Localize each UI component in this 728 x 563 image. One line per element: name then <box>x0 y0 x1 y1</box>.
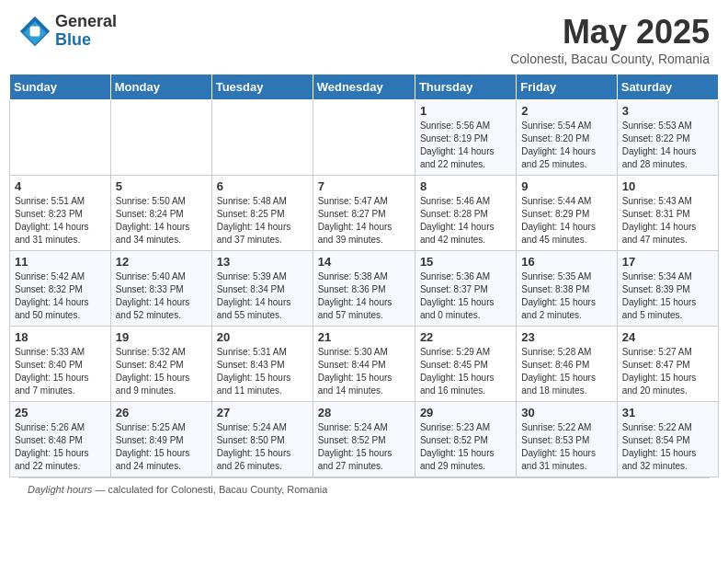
calendar-wrapper: SundayMondayTuesdayWednesdayThursdayFrid… <box>0 74 728 510</box>
day-cell: 30Sunrise: 5:22 AM Sunset: 8:53 PM Dayli… <box>517 402 617 477</box>
day-number: 29 <box>420 406 511 419</box>
day-cell: 4Sunrise: 5:51 AM Sunset: 8:23 PM Daylig… <box>10 176 111 251</box>
day-cell: 19Sunrise: 5:32 AM Sunset: 8:42 PM Dayli… <box>110 327 211 402</box>
day-info: Sunrise: 5:24 AM Sunset: 8:50 PM Dayligh… <box>217 421 308 473</box>
day-info: Sunrise: 5:46 AM Sunset: 8:28 PM Dayligh… <box>420 195 511 247</box>
day-number: 8 <box>420 179 511 193</box>
day-number: 11 <box>15 255 106 269</box>
day-cell: 8Sunrise: 5:46 AM Sunset: 8:28 PM Daylig… <box>415 176 516 251</box>
day-info: Sunrise: 5:38 AM Sunset: 8:36 PM Dayligh… <box>318 270 410 322</box>
day-number: 31 <box>622 406 713 419</box>
day-number: 22 <box>420 330 511 344</box>
day-number: 7 <box>318 179 410 193</box>
day-cell: 18Sunrise: 5:33 AM Sunset: 8:40 PM Dayli… <box>10 327 111 402</box>
svg-rect-2 <box>30 26 40 36</box>
day-info: Sunrise: 5:51 AM Sunset: 8:23 PM Dayligh… <box>15 195 106 247</box>
day-number: 20 <box>217 330 308 344</box>
day-info: Sunrise: 5:29 AM Sunset: 8:45 PM Dayligh… <box>420 346 511 397</box>
col-header-tuesday: Tuesday <box>211 75 313 100</box>
day-cell: 20Sunrise: 5:31 AM Sunset: 8:43 PM Dayli… <box>211 327 313 402</box>
logo-blue: Blue <box>55 31 117 50</box>
day-info: Sunrise: 5:22 AM Sunset: 8:54 PM Dayligh… <box>622 421 713 473</box>
day-number: 26 <box>116 406 207 419</box>
day-info: Sunrise: 5:47 AM Sunset: 8:27 PM Dayligh… <box>318 195 410 247</box>
day-info: Sunrise: 5:50 AM Sunset: 8:24 PM Dayligh… <box>116 195 207 247</box>
day-cell: 12Sunrise: 5:40 AM Sunset: 8:33 PM Dayli… <box>110 251 211 327</box>
day-info: Sunrise: 5:26 AM Sunset: 8:48 PM Dayligh… <box>15 421 106 473</box>
col-header-monday: Monday <box>110 75 211 100</box>
day-number: 3 <box>622 104 713 118</box>
day-cell: 17Sunrise: 5:34 AM Sunset: 8:39 PM Dayli… <box>617 251 718 327</box>
week-row-4: 18Sunrise: 5:33 AM Sunset: 8:40 PM Dayli… <box>10 327 719 402</box>
day-number: 17 <box>622 255 713 269</box>
day-cell: 7Sunrise: 5:47 AM Sunset: 8:27 PM Daylig… <box>313 176 415 251</box>
day-cell: 21Sunrise: 5:30 AM Sunset: 8:44 PM Dayli… <box>313 327 415 402</box>
day-number: 19 <box>116 330 207 344</box>
day-cell <box>110 100 211 176</box>
daylight-label: Daylight hours <box>28 484 92 495</box>
day-cell: 16Sunrise: 5:35 AM Sunset: 8:38 PM Dayli… <box>517 251 617 327</box>
day-number: 23 <box>521 330 611 344</box>
day-cell: 13Sunrise: 5:39 AM Sunset: 8:34 PM Dayli… <box>211 251 313 327</box>
day-info: Sunrise: 5:34 AM Sunset: 8:39 PM Dayligh… <box>622 270 713 322</box>
day-cell: 31Sunrise: 5:22 AM Sunset: 8:54 PM Dayli… <box>617 402 718 477</box>
day-number: 25 <box>15 406 106 419</box>
day-cell: 9Sunrise: 5:44 AM Sunset: 8:29 PM Daylig… <box>517 176 617 251</box>
day-info: Sunrise: 5:40 AM Sunset: 8:33 PM Dayligh… <box>116 270 207 322</box>
day-number: 30 <box>521 406 611 419</box>
day-number: 28 <box>318 406 410 419</box>
footer-detail: calculated for Colonesti, Bacau County, … <box>108 484 327 495</box>
day-number: 14 <box>318 255 410 269</box>
day-cell <box>313 100 415 176</box>
day-cell: 2Sunrise: 5:54 AM Sunset: 8:20 PM Daylig… <box>517 100 617 176</box>
week-row-1: 1Sunrise: 5:56 AM Sunset: 8:19 PM Daylig… <box>10 100 719 176</box>
day-cell: 14Sunrise: 5:38 AM Sunset: 8:36 PM Dayli… <box>313 251 415 327</box>
day-cell <box>211 100 313 176</box>
calendar-table: SundayMondayTuesdayWednesdayThursdayFrid… <box>9 74 719 477</box>
col-header-wednesday: Wednesday <box>313 75 415 100</box>
day-cell: 29Sunrise: 5:23 AM Sunset: 8:52 PM Dayli… <box>415 402 516 477</box>
day-number: 15 <box>420 255 511 269</box>
day-info: Sunrise: 5:44 AM Sunset: 8:29 PM Dayligh… <box>521 195 611 247</box>
day-number: 13 <box>217 255 308 269</box>
day-info: Sunrise: 5:31 AM Sunset: 8:43 PM Dayligh… <box>217 346 308 397</box>
title-area: May 2025 Colonesti, Bacau County, Romani… <box>510 13 710 66</box>
day-cell: 3Sunrise: 5:53 AM Sunset: 8:22 PM Daylig… <box>617 100 718 176</box>
footer: Daylight hours — calculated for Colonest… <box>18 477 710 500</box>
day-info: Sunrise: 5:33 AM Sunset: 8:40 PM Dayligh… <box>15 346 106 397</box>
day-cell: 26Sunrise: 5:25 AM Sunset: 8:49 PM Dayli… <box>110 402 211 477</box>
day-number: 9 <box>521 179 611 193</box>
day-number: 27 <box>217 406 308 419</box>
col-header-saturday: Saturday <box>617 75 718 100</box>
col-header-thursday: Thursday <box>415 75 516 100</box>
day-info: Sunrise: 5:25 AM Sunset: 8:49 PM Dayligh… <box>116 421 207 473</box>
day-cell: 23Sunrise: 5:28 AM Sunset: 8:46 PM Dayli… <box>517 327 617 402</box>
day-cell <box>10 100 111 176</box>
day-cell: 10Sunrise: 5:43 AM Sunset: 8:31 PM Dayli… <box>617 176 718 251</box>
day-cell: 27Sunrise: 5:24 AM Sunset: 8:50 PM Dayli… <box>211 402 313 477</box>
month-title: May 2025 <box>510 13 710 52</box>
day-number: 1 <box>420 104 511 118</box>
day-number: 16 <box>521 255 611 269</box>
day-cell: 6Sunrise: 5:48 AM Sunset: 8:25 PM Daylig… <box>211 176 313 251</box>
day-info: Sunrise: 5:32 AM Sunset: 8:42 PM Dayligh… <box>116 346 207 397</box>
day-info: Sunrise: 5:36 AM Sunset: 8:37 PM Dayligh… <box>420 270 511 322</box>
day-info: Sunrise: 5:56 AM Sunset: 8:19 PM Dayligh… <box>420 120 511 171</box>
day-number: 4 <box>15 179 106 193</box>
day-cell: 1Sunrise: 5:56 AM Sunset: 8:19 PM Daylig… <box>415 100 516 176</box>
day-number: 24 <box>622 330 713 344</box>
day-number: 21 <box>318 330 410 344</box>
day-cell: 11Sunrise: 5:42 AM Sunset: 8:32 PM Dayli… <box>10 251 111 327</box>
location: Colonesti, Bacau County, Romania <box>510 52 710 66</box>
day-number: 6 <box>217 179 308 193</box>
day-number: 12 <box>116 255 207 269</box>
day-info: Sunrise: 5:54 AM Sunset: 8:20 PM Dayligh… <box>521 120 611 171</box>
day-info: Sunrise: 5:27 AM Sunset: 8:47 PM Dayligh… <box>622 346 713 397</box>
day-cell: 15Sunrise: 5:36 AM Sunset: 8:37 PM Dayli… <box>415 251 516 327</box>
day-number: 5 <box>116 179 207 193</box>
day-info: Sunrise: 5:24 AM Sunset: 8:52 PM Dayligh… <box>318 421 410 473</box>
week-row-2: 4Sunrise: 5:51 AM Sunset: 8:23 PM Daylig… <box>10 176 719 251</box>
day-cell: 22Sunrise: 5:29 AM Sunset: 8:45 PM Dayli… <box>415 327 516 402</box>
day-info: Sunrise: 5:22 AM Sunset: 8:53 PM Dayligh… <box>521 421 611 473</box>
day-info: Sunrise: 5:30 AM Sunset: 8:44 PM Dayligh… <box>318 346 410 397</box>
